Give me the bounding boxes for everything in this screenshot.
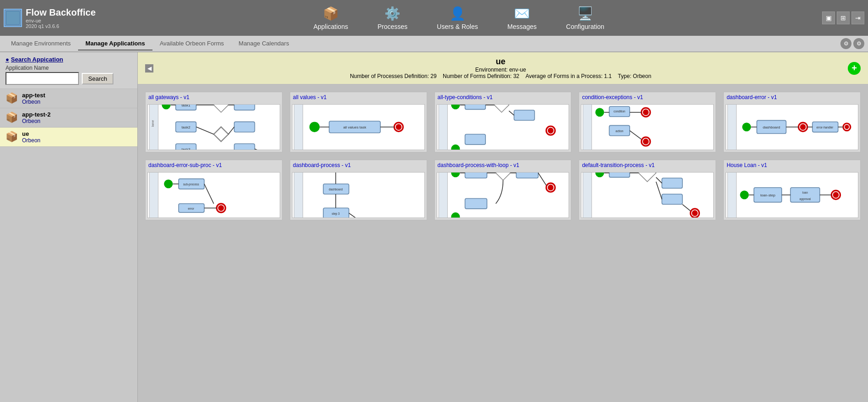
svg-point-88: [218, 205, 224, 211]
subnav-item-manage-calendars[interactable]: Manage Calendars: [231, 37, 297, 50]
app-title: Flow Backoffice: [26, 7, 96, 18]
process-title-dashboard-process-v1: dashboard-process - v1: [290, 160, 427, 170]
svg-rect-39: [439, 104, 447, 150]
svg-point-35: [395, 124, 401, 130]
sidebar-app-app-test-2[interactable]: 📦 app-test-2 Orbeon: [0, 108, 137, 128]
subnav-icon-2[interactable]: ⚙: [853, 38, 864, 49]
process-title-house-loan-v1: House Loan - v1: [724, 160, 860, 170]
search-title-label: Search Appication: [11, 56, 63, 63]
svg-rect-7: [149, 104, 158, 150]
process-card-default-transition-process-v1[interactable]: default-transition-process - v1: [579, 160, 716, 220]
process-diagram-default-transition-process-v1: [581, 172, 714, 218]
add-process-button[interactable]: +: [848, 62, 861, 75]
process-diagram-dashboard-error-v1: dashboard error-handler: [726, 104, 858, 150]
svg-point-55: [596, 108, 604, 117]
header: Flow Backoffice env-ue 2020 q1 v3.6.6 📦 …: [0, 0, 868, 36]
env-label: Environment:: [475, 67, 508, 73]
window-btn-3[interactable]: ⇥: [851, 11, 864, 24]
subnav-item-available-orbeon-forms[interactable]: Available Orbeon Forms: [152, 37, 231, 50]
search-input[interactable]: [6, 72, 79, 85]
proc-count: 29: [430, 73, 436, 79]
svg-rect-126: [609, 172, 630, 178]
svg-point-73: [800, 124, 806, 130]
app-info-ue: ue Orbeon: [22, 130, 40, 144]
app-name-app-test: app-test: [22, 92, 45, 99]
svg-text:approval: approval: [800, 197, 811, 201]
nav-item-messages[interactable]: ✉️ Messages: [502, 4, 542, 32]
svg-rect-18: [234, 104, 255, 110]
process-card-house-loan-v1[interactable]: House Loan - v1 loan-step loan approval: [723, 160, 861, 220]
processes-nav-icon: ⚙️: [384, 6, 400, 21]
svg-text:task2: task2: [181, 125, 191, 129]
svg-rect-95: [294, 172, 303, 218]
svg-point-84: [164, 180, 173, 189]
process-title-dashboard-process-with-loop-v1: dashboard-process-with-loop - v1: [435, 160, 571, 170]
nav-item-configuration[interactable]: 🖥️ Configuration: [561, 4, 610, 32]
process-title-condition-exceptions-v1: condition-exceptions - v1: [579, 92, 716, 102]
process-card-dashboard-error-v1[interactable]: dashboard-error - v1 dashboard error-han…: [723, 92, 861, 152]
nav-item-processes[interactable]: ⚙️ Processes: [372, 4, 413, 32]
process-card-all-type-conditions-v1[interactable]: all-type-conditions - v1: [434, 92, 572, 152]
svg-text:all values task: all values task: [343, 125, 366, 129]
search-row: Search: [6, 72, 132, 85]
process-card-dashboard-process-v1[interactable]: dashboard-process - v1 step 1 dashboard …: [290, 160, 427, 220]
process-card-all-values-v1[interactable]: all values - v1 all values task: [290, 92, 427, 152]
nav-item-applications[interactable]: 📦 Applications: [308, 4, 354, 32]
subnav-item-manage-environments[interactable]: Manage Environments: [4, 37, 78, 50]
forms-label: Number of Forms Definition:: [443, 73, 512, 79]
window-btn-2[interactable]: ⊞: [837, 11, 850, 24]
search-field-label: Application Name: [6, 65, 132, 71]
sidebar-app-app-test[interactable]: 📦 app-test Orbeon: [0, 89, 137, 108]
process-title-default-transition-process-v1: default-transition-process - v1: [579, 160, 716, 170]
svg-rect-82: [148, 172, 280, 218]
svg-text:action: action: [616, 129, 624, 133]
svg-text:loan-step: loan-step: [761, 193, 776, 197]
process-card-all-gateways-v1[interactable]: all gateways - v1 lane task1 task2 task3: [145, 92, 282, 152]
messages-nav-icon: ✉️: [514, 6, 530, 21]
process-diagram-dashboard-process-with-loop-v1: [437, 172, 569, 218]
process-card-dashboard-process-with-loop-v1[interactable]: dashboard-process-with-loop - v1: [434, 160, 572, 220]
svg-point-69: [742, 123, 751, 131]
svg-rect-6: [148, 104, 280, 150]
svg-rect-4: [6, 18, 13, 24]
process-title-dashboard-error-v1: dashboard-error - v1: [724, 92, 860, 102]
logo-area: Flow Backoffice env-ue 2020 q1 v3.6.6: [4, 7, 96, 29]
collapse-button[interactable]: ◀: [145, 64, 153, 73]
svg-rect-83: [149, 172, 158, 218]
svg-point-148: [833, 192, 839, 198]
main: ● Search Appication Application Name Sea…: [0, 52, 868, 402]
selected-app-title: ue: [157, 57, 844, 67]
avg-label: Average of Forms in a Process:: [525, 73, 603, 79]
logo-icon: [4, 9, 22, 27]
content: ◀ ue Environment: env-ue Number of Proce…: [138, 52, 868, 402]
svg-point-63: [643, 110, 649, 116]
svg-point-46: [547, 128, 553, 134]
search-expand-icon: ●: [6, 56, 9, 63]
svg-rect-110: [439, 172, 447, 218]
process-diagram-condition-exceptions-v1: condition action: [581, 104, 714, 150]
nav-item-users-roles[interactable]: 👤 Users & Roles: [431, 4, 483, 32]
search-button[interactable]: Search: [82, 73, 113, 84]
content-header: ◀ ue Environment: env-ue Number of Proce…: [138, 52, 868, 84]
process-card-dashboard-error-sub-proc-v1[interactable]: dashboard-error-sub-proc - v1 sub-proces…: [145, 160, 282, 220]
header-actions: ▣ ⊞ ⇥: [822, 11, 864, 24]
svg-point-61: [643, 139, 649, 145]
window-btn-1[interactable]: ▣: [822, 11, 835, 24]
subnav: Manage EnvironmentsManage ApplicationsAv…: [0, 36, 868, 52]
svg-text:error-handler: error-handler: [817, 126, 834, 129]
process-diagram-dashboard-error-sub-proc-v1: sub-process error: [147, 172, 280, 218]
subnav-icon-1[interactable]: ⚙: [840, 38, 851, 49]
process-card-condition-exceptions-v1[interactable]: condition-exceptions - v1 condition acti…: [579, 92, 716, 152]
svg-rect-124: [583, 172, 592, 218]
svg-rect-47: [465, 134, 485, 145]
svg-rect-68: [727, 104, 736, 150]
process-diagram-house-loan-v1: loan-step loan approval: [726, 172, 858, 218]
process-title-all-type-conditions-v1: all-type-conditions - v1: [435, 92, 571, 102]
app-name-app-test-2: app-test-2: [22, 111, 51, 118]
app-type-app-test-2: Orbeon: [22, 118, 51, 124]
subnav-item-manage-applications[interactable]: Manage Applications: [78, 37, 152, 50]
search-title[interactable]: ● Search Appication: [6, 56, 132, 63]
svg-rect-129: [662, 178, 683, 188]
logo-text: Flow Backoffice env-ue 2020 q1 v3.6.6: [26, 7, 96, 29]
sidebar-app-ue[interactable]: 📦 ue Orbeon: [0, 128, 137, 147]
